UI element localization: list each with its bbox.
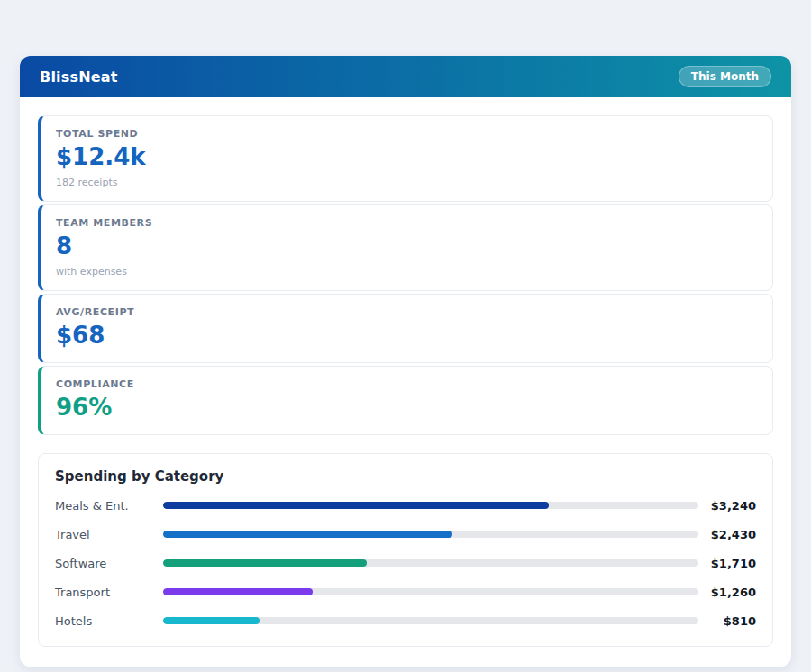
category-row-software: Software $1,710: [55, 557, 756, 570]
bar-fill: [163, 588, 313, 595]
bar-fill: [163, 531, 452, 538]
stat-sublabel: with expenses: [56, 266, 758, 277]
app-header: BlissNeat This Month: [20, 56, 791, 97]
bar-fill: [163, 559, 367, 567]
spending-by-category-card: Spending by Category Meals & Ent. $3,240…: [38, 453, 773, 647]
category-row-travel: Travel $2,430: [55, 528, 756, 541]
stat-value: 96%: [56, 395, 758, 422]
dashboard-card: BlissNeat This Month TOTAL SPEND $12.4k …: [20, 56, 791, 667]
stat-label: TOTAL SPEND: [56, 128, 758, 140]
category-row-transport: Transport $1,260: [55, 586, 756, 599]
bar-track: [163, 617, 698, 624]
category-amount: $1,710: [698, 557, 756, 570]
chart-title: Spending by Category: [55, 468, 756, 485]
stat-card-team-members: TEAM MEMBERS 8 with expenses: [38, 204, 773, 291]
bar-fill: [163, 502, 549, 509]
stat-value: 8: [56, 233, 758, 260]
category-label: Software: [55, 557, 163, 570]
stat-label: TEAM MEMBERS: [56, 217, 758, 229]
dashboard-body: TOTAL SPEND $12.4k 182 receipts TEAM MEM…: [20, 97, 791, 667]
category-row-meals: Meals & Ent. $3,240: [55, 499, 756, 513]
category-label: Meals & Ent.: [55, 499, 163, 513]
stat-value: $68: [56, 322, 758, 350]
stat-label: AVG/RECEIPT: [56, 306, 758, 318]
stat-card-avg-receipt: AVG/RECEIPT $68: [38, 294, 773, 363]
bar-track: [163, 559, 698, 567]
stat-card-compliance: COMPLIANCE 96%: [38, 366, 773, 435]
bar-track: [163, 531, 698, 538]
stat-value: $12.4k: [56, 144, 758, 171]
stat-sublabel: 182 receipts: [56, 177, 758, 188]
category-amount: $2,430: [698, 528, 756, 541]
category-row-hotels: Hotels $810: [55, 614, 756, 628]
bar-track: [163, 502, 698, 509]
stat-card-total-spend: TOTAL SPEND $12.4k 182 receipts: [38, 115, 773, 202]
stat-label: COMPLIANCE: [56, 378, 758, 390]
bar-track: [163, 588, 698, 595]
category-label: Travel: [55, 528, 163, 541]
category-label: Transport: [55, 586, 163, 599]
period-badge[interactable]: This Month: [679, 66, 771, 87]
bar-fill: [163, 617, 260, 624]
category-amount: $810: [698, 614, 756, 628]
app-title: BlissNeat: [40, 68, 118, 86]
category-label: Hotels: [55, 614, 163, 628]
category-amount: $1,260: [698, 586, 756, 599]
category-amount: $3,240: [698, 499, 756, 513]
